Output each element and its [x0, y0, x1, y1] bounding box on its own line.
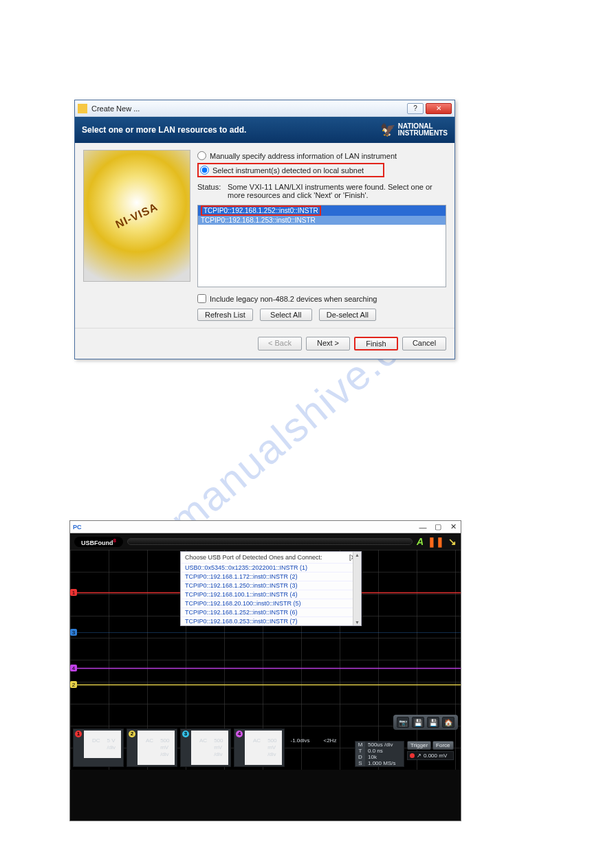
trigger-button[interactable]: Trigger — [407, 741, 431, 750]
highlight-list-item: TCPIP0::192.168.1.252::inst0::INSTR — [201, 205, 321, 216]
wizard-image — [83, 150, 190, 282]
maximize-button[interactable]: ▢ — [430, 522, 446, 532]
single-icon[interactable]: ↘ — [448, 536, 457, 547]
create-new-dialog: Create New ... ? ✕ Select one or more LA… — [74, 100, 455, 359]
camera-icon[interactable]: 📷 — [397, 717, 409, 728]
list-item[interactable]: TCPIP0::192.168.1.252::inst0::INSTR — [198, 205, 446, 216]
port-list-item[interactable]: USB0::0x5345::0x1235::2022001::INSTR (1) — [181, 563, 361, 572]
usb-found-badge[interactable]: USBFound8 — [74, 537, 123, 547]
port-list-item[interactable]: TCPIP0::192.168.0.253::inst0::INSTR (7) — [181, 616, 361, 625]
port-list-item[interactable]: TCPIP0::192.168.1.250::inst0::INSTR (3) — [181, 581, 361, 590]
help-button[interactable]: ? — [407, 103, 424, 114]
app-icon — [78, 104, 87, 113]
marker-ch1[interactable]: 1 — [70, 589, 77, 596]
icon-bar: 📷 💾 💾 🏠 — [393, 715, 458, 730]
trace-ch2 — [70, 685, 461, 685]
refresh-button[interactable]: Refresh List — [197, 309, 253, 321]
popup-title: Choose USB Port of Detected Ones and Con… — [185, 554, 322, 561]
force-button[interactable]: Force — [432, 741, 453, 750]
marker-ch3[interactable]: 3 — [70, 629, 77, 636]
finish-button[interactable]: Finish — [354, 337, 398, 350]
scope-toolbar: USBFound8 A ❚❚ ↘ — [70, 533, 461, 550]
home-icon[interactable]: 🏠 — [442, 717, 454, 728]
status-text: Some VXI-11 LAN/LXI instruments were fou… — [228, 183, 446, 199]
port-list-item[interactable]: TCPIP0::192.168.1.172::inst0::INSTR (2) — [181, 572, 361, 581]
auto-icon[interactable]: A — [417, 536, 424, 547]
radio-manual[interactable]: Manually specify address information of … — [197, 151, 446, 160]
banner: Select one or more LAN resources to add.… — [75, 117, 454, 143]
channel-1-panel[interactable]: 1 DC 5 V /div 3.0divs — [73, 728, 124, 767]
deselect-all-button[interactable]: De-select All — [319, 309, 376, 321]
usb-port-popup: Choose USB Port of Detected Ones and Con… — [180, 551, 362, 626]
trigger-source-icon — [410, 753, 415, 758]
marker-ch2[interactable]: 2 — [70, 681, 77, 688]
trace-ch3 — [70, 632, 461, 633]
radio-manual-input[interactable] — [197, 151, 206, 160]
waveform-area[interactable]: 1 3 4 2 Choose USB Port of Detected Ones… — [70, 550, 461, 770]
port-list-item[interactable]: TCPIP0::192.168.20.100::inst0::INSTR (5) — [181, 599, 361, 608]
next-button[interactable]: Next > — [306, 337, 350, 350]
status-label: Status: — [197, 183, 228, 199]
minimize-button[interactable]: — — [415, 522, 430, 532]
port-list-item[interactable]: TCPIP0::192.168.100.1::inst0::INSTR (4) — [181, 590, 361, 599]
radio-detect[interactable]: Select instrument(s) detected on local s… — [200, 166, 364, 175]
list-item[interactable]: TCPIP0::192.168.1.253::inst0::INSTR — [198, 216, 446, 225]
popup-scrollbar[interactable] — [353, 552, 361, 625]
marker-ch4[interactable]: 4 — [70, 665, 77, 671]
scope-window: PC — ▢ ✕ USBFound8 A ❚❚ ↘ 1 3 4 2 — [69, 520, 461, 821]
legacy-checkbox-input[interactable] — [197, 294, 206, 303]
eagle-icon: 🦅 — [380, 126, 395, 133]
close-button[interactable]: ✕ — [446, 522, 461, 532]
close-button[interactable]: ✕ — [426, 103, 452, 114]
instrument-listbox[interactable]: TCPIP0::192.168.1.252::inst0::INSTR TCPI… — [197, 205, 446, 287]
scope-app-icon: PC — [73, 524, 82, 531]
port-list-item[interactable]: TCPIP0::192.168.1.252::inst0::INSTR (6) — [181, 608, 361, 616]
titlebar[interactable]: Create New ... ? ✕ — [75, 100, 454, 117]
save2-icon[interactable]: 💾 — [427, 717, 439, 728]
window-title: Create New ... — [91, 104, 405, 113]
ni-logo: 🦅 NATIONAL INSTRUMENTS — [380, 123, 448, 137]
progress-bar — [127, 538, 413, 545]
channel-4-panel[interactable]: 4 AC 500 mV /div -1.0divs <2Hz — [234, 728, 285, 767]
legacy-checkbox[interactable]: Include legacy non-488.2 devices when se… — [197, 294, 446, 303]
timebase-table: M500us /div T0.0 ns D10k S1.000 MS/s — [355, 741, 404, 767]
trigger-value: ↗ 0.000 mV — [407, 751, 454, 760]
edge-icon: ↗ — [417, 753, 421, 759]
channel-2-panel[interactable]: 2 AC 500 mV /div -2.0divs <2Hz — [127, 728, 177, 767]
channel-strip: 1 DC 5 V /div 3.0divs 2 AC 500 mV /div -… — [73, 728, 285, 767]
highlight-select-subnet: Select instrument(s) detected on local s… — [197, 163, 384, 177]
usb-count-badge: 8 — [113, 537, 116, 544]
select-all-button[interactable]: Select All — [260, 309, 312, 321]
trace-ch4 — [70, 668, 461, 669]
radio-detect-input[interactable] — [200, 166, 209, 175]
scope-titlebar[interactable]: PC — ▢ ✕ — [70, 521, 461, 533]
pause-icon[interactable]: ❚❚ — [428, 536, 444, 547]
back-button[interactable]: < Back — [258, 337, 302, 350]
banner-text: Select one or more LAN resources to add. — [82, 125, 246, 135]
channel-3-panel[interactable]: 3 AC 500 mV /div 1.0divs <2Hz — [180, 728, 231, 767]
save-icon[interactable]: 💾 — [412, 717, 424, 728]
cancel-button[interactable]: Cancel — [402, 337, 446, 350]
